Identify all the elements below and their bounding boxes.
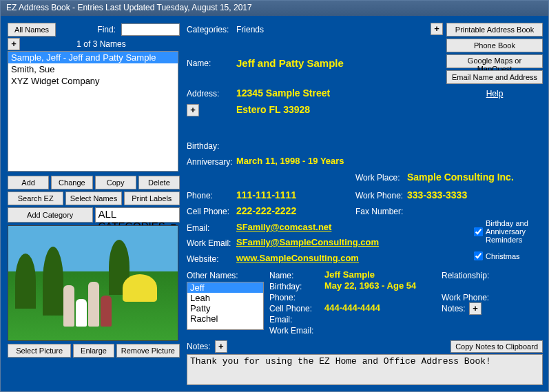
- side-buttons: Printable Address Book Phone Book Google…: [446, 23, 543, 99]
- anniversary-label: Anniversary:: [187, 157, 233, 167]
- other-name-value: Jeff Sample: [324, 269, 375, 280]
- other-workemail-label: Work Email:: [269, 326, 313, 336]
- name-value: Jeff and Patty Sample: [236, 57, 344, 69]
- enlarge-button[interactable]: Enlarge: [73, 344, 114, 358]
- copy-button[interactable]: Copy: [95, 176, 136, 189]
- list-item[interactable]: Patty: [187, 303, 263, 313]
- other-phone-label: Phone:: [269, 293, 296, 302]
- phone-label: Phone:: [187, 191, 213, 200]
- notes-textarea[interactable]: [187, 354, 543, 385]
- cellphone-label: Cell Phone:: [187, 207, 229, 216]
- search-ez-button[interactable]: Search EZ: [8, 192, 63, 205]
- remove-picture-button[interactable]: Remove Picture: [116, 344, 180, 358]
- select-names-button[interactable]: Select Names: [65, 192, 121, 205]
- list-item[interactable]: Sample, Jeff - Jeff and Patty Sample: [8, 52, 178, 63]
- other-birthday-value: May 22, 1963 - Age 54: [324, 280, 416, 291]
- website-link[interactable]: www.SampleConsulting.com: [236, 253, 359, 263]
- delete-button[interactable]: Delete: [138, 176, 180, 189]
- google-maps-button[interactable]: Google Maps or MapQuest: [446, 54, 543, 68]
- select-picture-button[interactable]: Select Picture: [8, 344, 71, 358]
- other-notes-plus-button[interactable]: +: [469, 302, 481, 315]
- relationship-label: Relationship:: [442, 271, 489, 280]
- change-button[interactable]: Change: [51, 176, 92, 189]
- printable-address-book-button[interactable]: Printable Address Book: [446, 23, 543, 37]
- birthday-label: Birthday:: [187, 141, 219, 151]
- workemail-link[interactable]: SFamily@SampleConsulting.com: [236, 237, 379, 247]
- address-plus-button[interactable]: +: [187, 104, 199, 116]
- birthday-reminders-label: Birthday and Anniversary Reminders: [486, 219, 543, 244]
- anniversary-value: March 11, 1998 - 19 Years: [236, 156, 344, 166]
- names-listbox[interactable]: Sample, Jeff - Jeff and Patty SampleSmit…: [8, 51, 178, 172]
- notes-label: Notes:: [187, 342, 211, 351]
- birthday-reminders-checkbox[interactable]: [474, 227, 483, 236]
- help-link[interactable]: Help: [446, 89, 543, 99]
- name-label: Name:: [187, 59, 211, 68]
- list-item[interactable]: Jeff: [187, 282, 263, 293]
- find-label: Find:: [97, 25, 116, 34]
- address-line2: Estero FL 33928: [236, 104, 310, 115]
- fax-label: Fax Number:: [355, 207, 403, 216]
- other-email-label: Email:: [269, 315, 292, 324]
- email-label: Email:: [187, 223, 209, 233]
- phone-book-button[interactable]: Phone Book: [446, 39, 543, 52]
- address-label: Address:: [187, 89, 219, 99]
- left-panel: All Names Find: + 1 of 3 Names Sample, J…: [8, 23, 180, 358]
- copy-notes-button[interactable]: Copy Notes to Clipboard: [450, 340, 543, 353]
- christmas-checkbox[interactable]: [474, 251, 483, 260]
- names-counter: 1 of 3 Names: [23, 39, 180, 49]
- add-button[interactable]: Add: [8, 176, 49, 189]
- workemail-label: Work Email:: [187, 238, 231, 248]
- other-name-label: Name:: [269, 271, 293, 280]
- other-cell-label: Cell Phone:: [269, 304, 312, 313]
- categories-plus-button[interactable]: +: [431, 23, 443, 35]
- list-item[interactable]: Rachel: [187, 313, 263, 324]
- titlebar: EZ Address Book - Entries Last Updated T…: [1, 1, 548, 16]
- workplace-value: Sample Consulting Inc.: [407, 172, 514, 183]
- workphone-value: 333-333-3333: [407, 189, 467, 200]
- add-name-plus-button[interactable]: +: [8, 38, 20, 50]
- all-names-button[interactable]: All Names: [8, 23, 56, 37]
- email-link[interactable]: SFamily@comcast.net: [236, 222, 331, 232]
- notes-panel: Notes: + Copy Notes to Clipboard: [187, 340, 543, 387]
- categories-label: Categories:: [187, 25, 229, 34]
- other-names-label: Other Names:: [187, 271, 238, 280]
- list-item[interactable]: Smith, Sue: [8, 63, 178, 75]
- categories-value: Friends: [236, 25, 264, 34]
- window-title: EZ Address Book - Entries Last Updated T…: [6, 3, 252, 12]
- find-input[interactable]: [121, 23, 180, 36]
- workphone-label: Work Phone:: [355, 191, 403, 200]
- notes-plus-button[interactable]: +: [215, 340, 227, 353]
- other-notes-label: Notes:: [442, 304, 466, 313]
- address-line1: 12345 Sample Street: [236, 87, 330, 99]
- other-birthday-label: Birthday:: [269, 282, 302, 291]
- phone-value: 111-111-1111: [236, 189, 296, 200]
- other-names-listbox[interactable]: JeffLeahPattyRachel: [187, 282, 264, 330]
- other-cell-value: 444-444-4444: [324, 302, 380, 313]
- category-select[interactable]: ALL CATEGORIES ▾: [95, 207, 180, 223]
- other-workphone-label: Work Phone:: [442, 293, 489, 302]
- contact-picture: [8, 225, 178, 341]
- list-item[interactable]: Leah: [187, 293, 263, 303]
- cellphone-value: 222-222-2222: [236, 205, 296, 216]
- christmas-label: Christmas: [486, 252, 520, 260]
- list-item[interactable]: XYZ Widget Company: [8, 75, 178, 87]
- email-name-address-button[interactable]: Email Name and Address: [446, 70, 543, 84]
- add-category-button[interactable]: Add Category: [8, 207, 93, 223]
- workplace-label: Work Place:: [355, 173, 400, 183]
- website-label: Website:: [187, 254, 218, 264]
- print-labels-button[interactable]: Print Labels: [124, 192, 180, 205]
- app-window: EZ Address Book - Entries Last Updated T…: [0, 0, 549, 392]
- content-area: All Names Find: + 1 of 3 Names Sample, J…: [1, 16, 548, 391]
